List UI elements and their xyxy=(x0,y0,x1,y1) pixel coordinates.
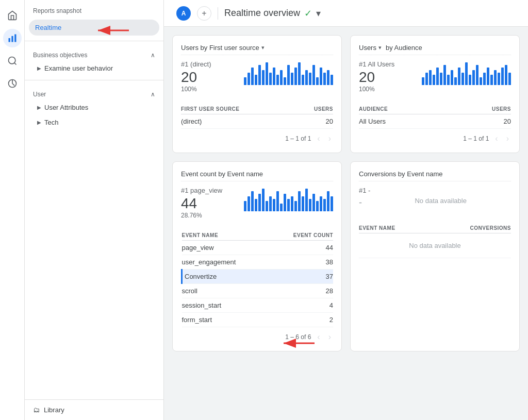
sidebar-header: Reports snapshot xyxy=(25,0,163,19)
check-icon: ✓ xyxy=(304,8,312,19)
chart-bar xyxy=(269,196,272,211)
main-content: A + Realtime overview ✓ ▾ Users by First… xyxy=(164,0,528,420)
chart-bar xyxy=(309,199,311,211)
first-source-prev-button[interactable]: ‹ xyxy=(315,133,322,144)
row-count: 20 xyxy=(296,114,333,129)
chart-bar xyxy=(327,70,329,85)
chart-bar xyxy=(472,70,475,85)
event-count-pagination: 1 – 6 of 6 xyxy=(285,333,311,341)
chart-bar xyxy=(429,70,432,85)
table-row: session_start4 xyxy=(182,298,334,313)
svg-rect-4 xyxy=(8,38,10,42)
header-dropdown-icon[interactable]: ▾ xyxy=(316,8,321,19)
audience-col-left: AUDIENCE xyxy=(359,104,451,114)
conversions-event-col: EVENT NAME xyxy=(359,223,431,233)
event-count-top: #1 page_view 44 28.76% xyxy=(181,187,333,222)
chart-bar xyxy=(298,191,301,211)
event-count-col: EVENT COUNT xyxy=(269,230,333,241)
chart-bar xyxy=(255,75,257,85)
conversions-count-col: CONVERSIONS xyxy=(431,223,511,233)
library-item[interactable]: 🗂 Library xyxy=(25,399,163,420)
chart-bar xyxy=(244,77,246,85)
chart-bar xyxy=(302,75,304,85)
chart-bar xyxy=(302,196,304,211)
first-source-dropdown-icon[interactable]: ▾ xyxy=(261,44,265,51)
table-row: (direct)20 xyxy=(181,114,333,129)
chart-bar xyxy=(458,68,460,85)
chart-bar xyxy=(331,75,333,85)
row-name: user_engagement xyxy=(182,255,269,270)
business-objectives-section[interactable]: Business objectives ∧ xyxy=(25,47,163,61)
chart-bar xyxy=(262,189,265,211)
audience-col-right: USERS xyxy=(451,104,511,114)
chart-bar xyxy=(255,199,257,211)
chart-bar xyxy=(280,70,283,85)
chart-bar xyxy=(454,77,457,85)
title-text: Realtime overview xyxy=(224,8,300,19)
audience-users-dropdown-icon[interactable]: ▾ xyxy=(378,44,382,51)
chart-bar xyxy=(291,73,293,85)
svg-point-7 xyxy=(8,57,15,64)
audience-pagination: 1 – 1 of 1 xyxy=(463,135,489,142)
event-name-col: EVENT NAME xyxy=(182,230,269,241)
row-name: scroll xyxy=(182,284,269,298)
user-section[interactable]: User ∧ xyxy=(25,87,163,100)
conversions-card: Conversions by Event name #1 - - No data… xyxy=(350,161,520,351)
chart-bar xyxy=(483,73,486,85)
row-count: 37 xyxy=(269,270,333,284)
library-icon: 🗂 xyxy=(33,406,40,414)
chart-bar xyxy=(490,75,493,85)
chart-bar xyxy=(433,75,435,85)
first-source-next-button[interactable]: › xyxy=(326,133,333,144)
chart-bar xyxy=(498,73,500,85)
event-count-prev-button[interactable]: ‹ xyxy=(315,331,322,343)
chart-bar xyxy=(294,68,297,85)
chart-bar xyxy=(273,199,275,211)
event-count-value: 44 xyxy=(181,195,222,212)
add-comparison-button[interactable]: + xyxy=(197,6,211,21)
table-row: page_view44 xyxy=(182,241,334,255)
chart-bar xyxy=(287,65,290,85)
chart-bar xyxy=(480,77,482,85)
first-source-pct: 100% xyxy=(181,86,211,93)
conversions-no-data-top: - xyxy=(359,195,370,208)
tech-arrow-icon: ▶ xyxy=(37,120,41,125)
explore-icon[interactable] xyxy=(3,52,22,70)
chart-bar xyxy=(273,68,275,85)
user-attributes-label: User Attributes xyxy=(44,104,88,111)
audience-pct: 100% xyxy=(359,86,394,93)
first-source-col-right: USERS xyxy=(296,104,333,114)
home-icon[interactable] xyxy=(3,6,22,25)
examine-user-behavior-item[interactable]: ▶ Examine user behavior xyxy=(25,61,163,76)
chart-bar xyxy=(440,73,442,85)
audience-next-button[interactable]: › xyxy=(504,133,511,144)
row-count: 44 xyxy=(269,241,333,255)
chart-bar xyxy=(258,65,261,85)
user-avatar[interactable]: A xyxy=(176,6,191,21)
first-source-footer: 1 – 1 of 1 ‹ › xyxy=(181,129,333,144)
chart-bar xyxy=(309,73,311,85)
svg-rect-6 xyxy=(14,35,16,42)
chart-bar xyxy=(248,73,250,85)
dashboard-content: Users by First user source ▾ #1 (direct)… xyxy=(164,27,528,420)
library-label: Library xyxy=(44,406,64,414)
chart-bar xyxy=(422,77,424,85)
users-audience-top: #1 All Users 20 100% xyxy=(359,60,511,96)
first-source-chart xyxy=(244,60,333,85)
chart-bar xyxy=(276,75,279,85)
audience-prev-button[interactable]: ‹ xyxy=(493,133,500,144)
svg-line-8 xyxy=(14,63,16,65)
chart-bar xyxy=(294,201,297,211)
tech-item[interactable]: ▶ Tech xyxy=(25,115,163,130)
event-count-next-button[interactable]: › xyxy=(326,331,333,343)
chart-bar xyxy=(320,68,322,85)
chart-bar xyxy=(508,73,511,85)
row-name: form_start xyxy=(182,313,269,327)
sidebar: Reports snapshot Realtime Business objec… xyxy=(25,0,164,420)
sidebar-realtime[interactable]: Realtime xyxy=(29,20,159,36)
plus-icon: + xyxy=(202,9,206,18)
user-attributes-item[interactable]: ▶ User Attributes xyxy=(25,100,163,115)
reports-icon[interactable] xyxy=(3,29,22,47)
chart-bar xyxy=(320,196,322,211)
advertising-icon[interactable] xyxy=(3,74,22,93)
